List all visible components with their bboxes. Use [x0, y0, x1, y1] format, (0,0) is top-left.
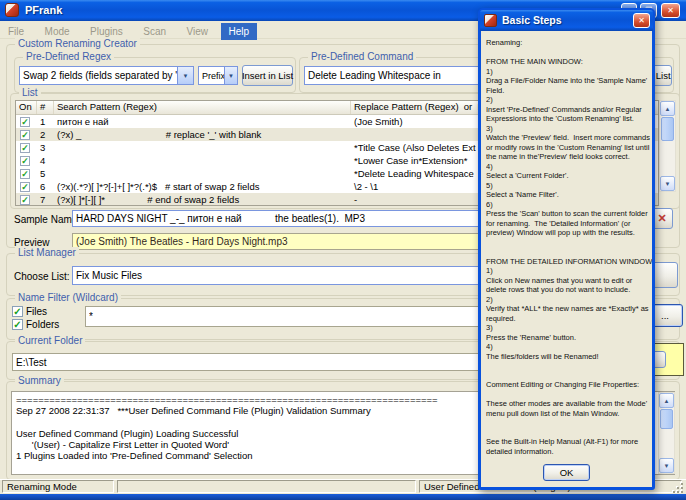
column-header-search[interactable]: Search Pattern (Regex) [54, 101, 351, 114]
column-header-on[interactable]: On [16, 101, 37, 114]
close-icon: ✕ [667, 6, 674, 15]
search-pattern-cell[interactable]: (?x)(.*?)[ ]*?[-]+[ ]*?(.*)$ # start of … [54, 181, 351, 192]
close-button[interactable]: ✕ [661, 3, 680, 18]
files-checkbox[interactable]: ✓ [12, 306, 23, 317]
pre-defined-command-label: Pre-Defined Command [308, 51, 416, 62]
scroll-down-icon[interactable]: ▼ [660, 176, 675, 191]
status-mode-panel: Renaming Mode [2, 480, 114, 493]
column-header-num[interactable]: # [37, 101, 54, 114]
window-title: PFrank [25, 0, 62, 21]
search-pattern-cell[interactable]: (?x) _ # replace '_' with blank [54, 129, 351, 140]
scroll-down-icon[interactable]: ▼ [659, 458, 674, 473]
chevron-down-icon[interactable]: ▼ [177, 67, 193, 84]
scroll-thumb[interactable] [660, 409, 673, 429]
row-number: 5 [37, 168, 54, 179]
menu-scan[interactable]: Scan [135, 23, 174, 40]
row-number: 4 [37, 155, 54, 166]
current-folder-label: Current Folder [15, 335, 85, 346]
choose-list-label: Choose List: [14, 271, 70, 282]
status-middle-panel [117, 480, 416, 493]
chevron-down-icon[interactable]: ▼ [224, 67, 237, 84]
pre-defined-regex-combobox[interactable]: Swap 2 fields (fields separated by '-' )… [19, 66, 194, 85]
window-bottom-border [0, 494, 686, 500]
row-checkbox[interactable]: ✓ [20, 130, 30, 140]
menu-help[interactable]: Help [221, 23, 258, 40]
row-checkbox[interactable]: ✓ [20, 143, 30, 153]
name-filter-label: Name Filter (Wildcard) [15, 292, 121, 303]
row-number: 2 [37, 129, 54, 140]
dialog-close-button[interactable]: ✕ [633, 13, 650, 28]
scroll-up-icon[interactable]: ▲ [660, 101, 675, 116]
list-label: List [19, 87, 41, 98]
red-x-icon: ✕ [657, 212, 666, 225]
resize-grip[interactable] [673, 483, 683, 493]
row-checkbox[interactable]: ✓ [20, 169, 30, 179]
regex-position-combobox[interactable]: Prefix ▼ [198, 66, 238, 85]
summary-text: ========================================… [16, 394, 438, 461]
scroll-thumb[interactable] [661, 117, 674, 141]
search-pattern-cell[interactable]: питон е най [54, 116, 351, 127]
close-icon: ✕ [638, 16, 645, 25]
ok-button[interactable]: OK [543, 464, 590, 481]
dialog-app-icon [484, 14, 497, 27]
row-checkbox[interactable]: ✓ [20, 195, 30, 205]
folders-checkbox-label: Folders [26, 319, 59, 330]
row-number: 3 [37, 142, 54, 153]
scroll-up-icon[interactable]: ▲ [659, 393, 674, 408]
app-icon [5, 3, 19, 17]
folders-checkbox[interactable]: ✓ [12, 319, 23, 330]
regex-position-value: Prefix [199, 71, 224, 81]
row-checkbox[interactable]: ✓ [20, 117, 30, 127]
files-checkbox-label: Files [26, 306, 47, 317]
pre-defined-regex-label: Pre-Defined Regex [23, 51, 114, 62]
sample-name-label: Sample Name [14, 214, 77, 225]
menu-view[interactable]: View [179, 23, 217, 40]
summary-scrollbar[interactable]: ▲ ▼ [658, 392, 675, 474]
custom-renaming-creator-label: Custom Renaming Creator [15, 38, 140, 49]
list-manager-label: List Manager [15, 247, 79, 258]
insert-regex-in-list-button[interactable]: Insert in List [242, 65, 293, 86]
dialog-titlebar[interactable]: Basic Steps ✕ [480, 10, 653, 31]
row-number: 7 [37, 194, 54, 205]
row-number: 1 [37, 116, 54, 127]
search-pattern-cell[interactable]: (?x)[ ]*[-][ ]* # end of swap 2 fields [54, 194, 351, 205]
dialog-title: Basic Steps [502, 10, 562, 31]
row-checkbox[interactable]: ✓ [20, 156, 30, 166]
list-scrollbar[interactable]: ▲ ▼ [659, 100, 676, 192]
dialog-body-text: Renaming: FROM THE MAIN WINDOW: 1) Drag … [486, 38, 652, 458]
pre-defined-regex-value: Swap 2 fields (fields separated by '-' )… [20, 70, 177, 81]
basic-steps-dialog: Basic Steps ✕ Renaming: FROM THE MAIN WI… [478, 8, 655, 490]
row-checkbox[interactable]: ✓ [20, 182, 30, 192]
summary-label: Summary [15, 375, 64, 386]
row-number: 6 [37, 181, 54, 192]
